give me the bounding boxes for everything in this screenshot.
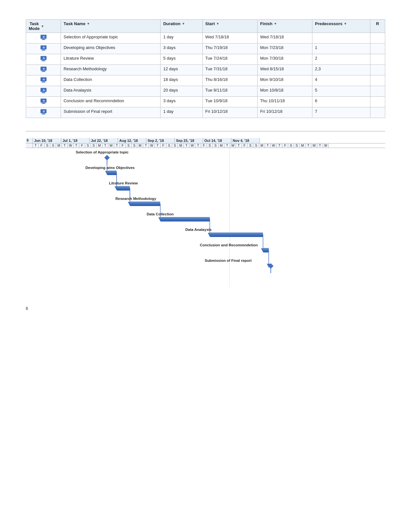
timeline-day-cell: T bbox=[317, 143, 323, 148]
table-row: Selection of Appropriate topic1 dayWed 7… bbox=[26, 33, 385, 44]
task-r-cell bbox=[370, 54, 385, 65]
task-duration-cell: 18 days bbox=[161, 75, 202, 86]
task-name-cell: Data Analaysis bbox=[61, 86, 161, 97]
timeline-day-cell: T bbox=[73, 143, 79, 148]
th-task-name-arrow[interactable]: ▼ bbox=[87, 22, 90, 25]
timeline-day-cell: M bbox=[219, 143, 224, 148]
task-duration-cell: 20 days bbox=[161, 86, 202, 97]
timeline-top-cell: Sep 2, '18 bbox=[146, 138, 175, 143]
task-finish-cell: Mon 9/10/18 bbox=[257, 75, 312, 86]
task-start-cell: Tue 7/24/18 bbox=[202, 54, 257, 65]
task-finish-cell: Thu 10/11/18 bbox=[257, 97, 312, 107]
task-start-cell: Tue 7/31/18 bbox=[202, 65, 257, 75]
timeline-day-cell: S bbox=[50, 143, 56, 148]
table-row: Submission of Final report1 dayFri 10/12… bbox=[26, 107, 385, 118]
task-r-cell bbox=[370, 75, 385, 86]
gantt-bar bbox=[160, 217, 210, 222]
gantt-chart-section: 8Jun 10, '18Jul 1, '18Jul 22, '18Aug 12,… bbox=[26, 138, 385, 287]
timeline-day-cell: M bbox=[178, 143, 184, 148]
th-start[interactable]: Start ▼ bbox=[202, 20, 257, 33]
th-duration-arrow[interactable]: ▼ bbox=[182, 22, 185, 25]
task-duration-cell: 3 days bbox=[161, 97, 202, 107]
timeline-day-cell: S bbox=[288, 143, 294, 148]
timeline-day-cell: S bbox=[172, 143, 178, 148]
timeline-day-cell: T bbox=[306, 143, 311, 148]
task-name-cell: Conclusion and Recommndetion bbox=[61, 97, 161, 107]
task-mode-cell bbox=[26, 107, 61, 118]
task-mode-icon bbox=[40, 45, 47, 52]
timeline-day-cell: T bbox=[103, 143, 108, 148]
task-r-cell bbox=[370, 107, 385, 118]
table-row: Developing aims Objectives3 daysThu 7/19… bbox=[26, 44, 385, 54]
timeline-day-cell: S bbox=[126, 143, 132, 148]
th-r: R bbox=[370, 20, 385, 33]
task-predecessors-cell: 2,3 bbox=[312, 65, 370, 75]
th-duration-label: Duration bbox=[163, 21, 180, 26]
task-predecessors-cell: 6 bbox=[312, 97, 370, 107]
timeline-day-cell: M bbox=[97, 143, 103, 148]
task-duration-cell: 1 day bbox=[161, 107, 202, 118]
timeline-day-cell: F bbox=[201, 143, 207, 148]
task-mode-cell bbox=[26, 86, 61, 97]
gantt-bar bbox=[210, 232, 263, 237]
timeline-day-cell: F bbox=[79, 143, 85, 148]
task-r-cell bbox=[370, 65, 385, 75]
table-row: Litrature Review5 daysTue 7/24/18Mon 7/3… bbox=[26, 54, 385, 65]
timeline-day-cell: W bbox=[230, 143, 236, 148]
timeline-num-spacer bbox=[26, 143, 33, 148]
timeline-top-cell: Aug 12, '18 bbox=[118, 138, 146, 143]
gantt-milestone-line bbox=[270, 268, 271, 273]
page-number-value: 6 bbox=[26, 306, 28, 311]
timeline-top-cell: Oct 14, '18 bbox=[203, 138, 231, 143]
gantt-row: Submission of Final report bbox=[26, 258, 385, 273]
th-predecessors-label: Predecessors bbox=[315, 21, 342, 26]
timeline-day-cell: S bbox=[132, 143, 137, 148]
timeline-day-cell: T bbox=[195, 143, 201, 148]
task-duration-cell: 5 days bbox=[161, 54, 202, 65]
timeline-day-cell: T bbox=[143, 143, 149, 148]
task-mode-icon bbox=[40, 56, 47, 63]
timeline-day-cell: T bbox=[236, 143, 242, 148]
th-task-mode-arrow[interactable]: ▼ bbox=[41, 25, 44, 28]
th-task-mode-label: TaskMode bbox=[29, 21, 40, 31]
th-task-mode[interactable]: TaskMode ▼ bbox=[26, 20, 61, 33]
timeline-day-cell: S bbox=[44, 143, 50, 148]
task-name-cell: Litrature Review bbox=[61, 54, 161, 65]
task-finish-cell: Mon 10/8/18 bbox=[257, 86, 312, 97]
page-number: 6 bbox=[26, 306, 385, 311]
task-name-cell: Data Collection bbox=[61, 75, 161, 86]
timeline-day-cell: F bbox=[161, 143, 166, 148]
gantt-row: Research Methodology bbox=[26, 196, 385, 212]
task-start-cell: Wed 7/18/18 bbox=[202, 33, 257, 44]
th-finish[interactable]: Finish ▼ bbox=[257, 20, 312, 33]
timeline-top-cell: Jul 22, '18 bbox=[90, 138, 118, 143]
gantt-row: Selection of Appropriate topic bbox=[26, 150, 385, 165]
gantt-task-label: Data Analaysis bbox=[185, 228, 211, 232]
task-r-cell bbox=[370, 97, 385, 107]
timeline-day-cell: F bbox=[39, 143, 44, 148]
th-start-arrow[interactable]: ▼ bbox=[216, 22, 219, 25]
table-row: Conclusion and Recommndetion3 daysTue 10… bbox=[26, 97, 385, 107]
th-predecessors[interactable]: Predecessors ▼ bbox=[312, 20, 370, 33]
gantt-bar bbox=[263, 248, 269, 252]
th-task-name[interactable]: Task Name ▼ bbox=[61, 20, 161, 33]
gantt-milestone bbox=[268, 263, 273, 269]
task-start-cell: Tue 10/9/18 bbox=[202, 97, 257, 107]
task-name-cell: Research Methodology bbox=[61, 65, 161, 75]
gantt-milestone bbox=[104, 155, 110, 161]
timeline-day-cell: W bbox=[311, 143, 317, 148]
task-finish-cell: Mon 7/23/18 bbox=[257, 44, 312, 54]
task-mode-icon bbox=[40, 66, 47, 74]
task-finish-cell: Fri 10/12/18 bbox=[257, 107, 312, 118]
th-predecessors-arrow[interactable]: ▼ bbox=[344, 22, 347, 25]
gantt-row: Developing aims Objectives bbox=[26, 165, 385, 181]
gantt-bar bbox=[130, 202, 160, 206]
th-start-label: Start bbox=[205, 21, 215, 26]
gantt-milestone-line bbox=[107, 160, 107, 165]
task-r-cell bbox=[370, 33, 385, 44]
task-r-cell bbox=[370, 86, 385, 97]
th-duration[interactable]: Duration ▼ bbox=[161, 20, 202, 33]
th-finish-arrow[interactable]: ▼ bbox=[274, 22, 277, 25]
timeline-top-cell: Jun 10, '18 bbox=[33, 138, 61, 143]
timeline-day-cell: T bbox=[114, 143, 120, 148]
